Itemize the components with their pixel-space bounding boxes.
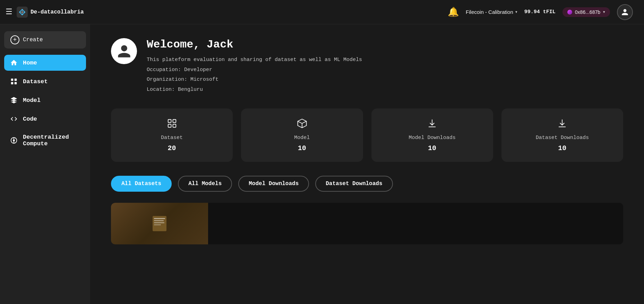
- wallet-dot-icon: [567, 10, 572, 15]
- layout: + Create Home Dataset: [0, 24, 644, 304]
- network-label: Filecoin - Calibration: [466, 9, 513, 15]
- sidebar-item-decentralized-compute[interactable]: Decentralized Compute: [4, 130, 86, 151]
- wallet-chevron-icon: ▾: [603, 10, 605, 14]
- profile-info: Welcome, Jack This plateform evaluation …: [147, 38, 362, 95]
- placeholder-image-icon: [149, 213, 170, 234]
- user-icon: [621, 8, 629, 16]
- stat-card-dataset: Dataset 20: [111, 108, 233, 162]
- wallet-address: 0x86...687b: [575, 9, 600, 15]
- sidebar-item-model-label: Model: [23, 97, 41, 104]
- model-stat-label: Model: [294, 135, 310, 141]
- model-downloads-stat-label: Model Downloads: [409, 135, 456, 141]
- tab-dataset-downloads[interactable]: Dataset Downloads: [315, 176, 393, 192]
- stats-row: Dataset 20 Model 10: [111, 108, 623, 162]
- svg-rect-1: [11, 79, 13, 81]
- sidebar-item-home[interactable]: Home: [4, 55, 86, 71]
- header-right: 🔔 Filecoin - Calibration ▾ 99.94 tFIL 0x…: [448, 4, 633, 20]
- profile-occupation: Occupation: Developer: [147, 65, 362, 75]
- sidebar-item-dataset-label: Dataset: [23, 78, 48, 85]
- profile-section: Welcome, Jack This plateform evaluation …: [111, 38, 623, 95]
- content-image-placeholder: [111, 203, 208, 244]
- notifications-button[interactable]: 🔔: [448, 7, 459, 17]
- profile-button[interactable]: [617, 4, 633, 20]
- svg-rect-9: [173, 124, 176, 128]
- avatar: [111, 38, 137, 64]
- sidebar: + Create Home Dataset: [0, 24, 90, 304]
- grid-icon: [167, 118, 177, 131]
- dataset-downloads-stat-value: 10: [558, 144, 566, 152]
- dataset-stat-value: 20: [168, 144, 176, 152]
- tab-model-downloads[interactable]: Model Downloads: [238, 176, 309, 192]
- dataset-stat-label: Dataset: [161, 135, 183, 141]
- main-content: Welcome, Jack This plateform evaluation …: [90, 24, 644, 304]
- model-icon: [10, 96, 18, 104]
- compute-icon: [10, 137, 18, 144]
- stat-card-model: Model 10: [241, 108, 363, 162]
- network-chevron-icon: ▾: [515, 10, 517, 14]
- model-download-icon: [427, 118, 437, 131]
- header-left: ☰ De-datacollabria: [0, 7, 84, 18]
- wallet-button[interactable]: 0x86...687b ▾: [563, 7, 610, 17]
- create-button[interactable]: + Create: [4, 31, 86, 49]
- svg-rect-8: [168, 124, 171, 128]
- logo-text: De-datacollabria: [31, 9, 84, 15]
- welcome-heading: Welcome, Jack: [147, 38, 362, 51]
- svg-rect-2: [15, 79, 17, 81]
- logo-icon: [17, 7, 28, 18]
- profile-location: Location: Bengluru: [147, 85, 362, 95]
- dataset-download-icon: [557, 118, 567, 131]
- svg-rect-6: [168, 120, 171, 123]
- sidebar-item-compute-label: Decentralized Compute: [23, 134, 80, 147]
- dataset-downloads-stat-label: Dataset Downloads: [536, 135, 589, 141]
- code-icon: [10, 115, 18, 123]
- svg-rect-14: [154, 224, 161, 225]
- stat-card-model-downloads: Model Downloads 10: [371, 108, 493, 162]
- tab-all-models[interactable]: All Models: [178, 176, 232, 192]
- profile-description: This plateform evaluation and sharing of…: [147, 55, 362, 65]
- balance-display: 99.94 tFIL: [524, 9, 556, 15]
- create-label: Create: [23, 37, 43, 43]
- svg-rect-12: [154, 220, 164, 221]
- sidebar-item-code-label: Code: [23, 116, 37, 122]
- content-area: [111, 203, 623, 244]
- svg-rect-11: [154, 218, 165, 219]
- svg-rect-4: [15, 82, 17, 84]
- hamburger-icon[interactable]: ☰: [6, 7, 12, 17]
- tab-all-datasets[interactable]: All Datasets: [111, 176, 172, 192]
- profile-organization: Organization: Microsoft: [147, 75, 362, 85]
- avatar-user-icon: [117, 44, 132, 59]
- content-dark-panel: [208, 203, 623, 244]
- stat-card-dataset-downloads: Dataset Downloads 10: [501, 108, 623, 162]
- header: ☰ De-datacollabria 🔔 Filecoin - Calibrat…: [0, 0, 644, 24]
- sidebar-item-home-label: Home: [23, 60, 37, 66]
- model-downloads-stat-value: 10: [428, 144, 436, 152]
- model-stat-value: 10: [298, 144, 306, 152]
- filter-tabs: All Datasets All Models Model Downloads …: [111, 176, 623, 192]
- dataset-icon: [10, 78, 18, 85]
- sidebar-item-model[interactable]: Model: [4, 92, 86, 108]
- home-icon: [10, 59, 18, 67]
- network-selector[interactable]: Filecoin - Calibration ▾: [466, 9, 517, 15]
- sidebar-item-dataset[interactable]: Dataset: [4, 73, 86, 89]
- logo: De-datacollabria: [17, 7, 84, 18]
- svg-rect-3: [11, 82, 13, 84]
- sidebar-item-code[interactable]: Code: [4, 111, 86, 127]
- svg-rect-13: [154, 222, 164, 223]
- box-icon: [297, 118, 307, 131]
- bell-icon: 🔔: [448, 7, 459, 17]
- svg-rect-7: [173, 120, 176, 123]
- plus-circle-icon: +: [10, 35, 19, 44]
